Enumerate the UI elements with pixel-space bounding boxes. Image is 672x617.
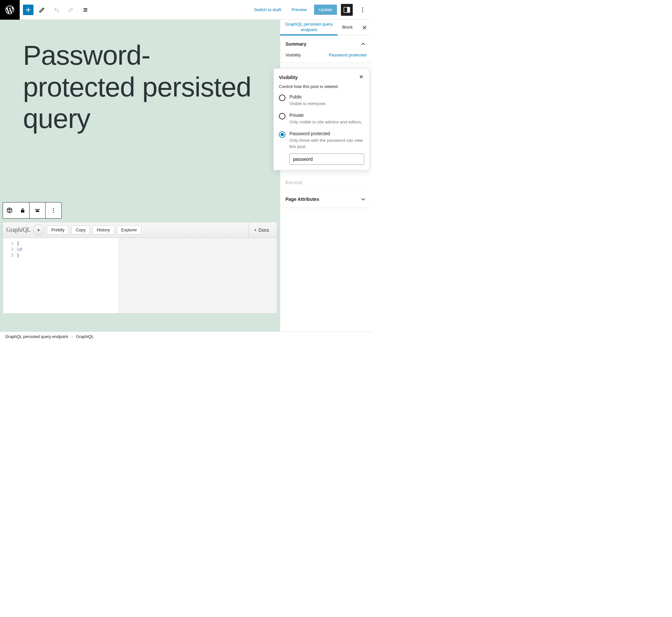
graphiql-prettify-button[interactable]: Prettify (47, 225, 68, 234)
graphiql-run-button[interactable] (33, 224, 44, 236)
sidebar-close-button[interactable] (357, 20, 372, 35)
post-title[interactable]: Password-protected persisted query (0, 20, 280, 141)
editor-canvas: Password-protected persisted query (0, 20, 280, 332)
popover-close-button[interactable] (358, 74, 364, 81)
graphiql-docs-button[interactable]: Docs (248, 222, 274, 238)
undo-button[interactable] (50, 4, 62, 16)
tab-block[interactable]: Block (338, 20, 357, 35)
top-toolbar: Switch to draft Preview Update (0, 0, 372, 20)
graphiql-explorer-button[interactable]: Explorer (117, 225, 141, 234)
preview-button[interactable]: Preview (288, 5, 310, 14)
chevron-up-icon (360, 41, 367, 47)
svg-point-9 (53, 212, 54, 213)
update-button[interactable]: Update (314, 5, 337, 15)
chevron-down-icon (360, 196, 367, 202)
popover-description: Control how this post is viewed. (279, 84, 364, 89)
graphiql-query-editor[interactable]: 1 2 3 { id } (3, 238, 119, 314)
breadcrumb-current[interactable]: GraphiQL (76, 335, 94, 339)
svg-point-4 (362, 11, 363, 12)
graphiql-title: GraphiQL (6, 226, 30, 233)
svg-point-7 (53, 208, 54, 209)
graphiql-history-button[interactable]: History (92, 225, 114, 234)
password-input[interactable] (289, 154, 364, 165)
visibility-popover: Visibility Control how this post is view… (273, 68, 370, 170)
settings-sidebar: GraphQL persisted query endpoint Block S… (280, 20, 372, 332)
wordpress-logo[interactable] (0, 0, 20, 20)
align-button[interactable] (29, 202, 45, 218)
chevron-right-icon: › (71, 335, 72, 339)
graphiql-block: GraphiQL Prettify Copy History Explorer … (3, 222, 277, 314)
visibility-option-private[interactable]: Private Only visible to site admins and … (279, 113, 364, 125)
visibility-option-password[interactable]: Password protected Only those with the p… (279, 131, 364, 149)
svg-point-2 (362, 7, 363, 8)
page-attributes-toggle[interactable]: Page Attributes (280, 191, 372, 208)
block-type-icon[interactable] (3, 202, 16, 218)
excerpt-panel-toggle[interactable]: Excerpt (280, 175, 372, 190)
block-more-button[interactable] (46, 202, 61, 218)
excerpt-panel: Excerpt (280, 175, 372, 191)
block-toolbar (3, 202, 62, 219)
radio-icon (279, 131, 285, 138)
settings-toggle-button[interactable] (341, 4, 353, 16)
lock-icon[interactable] (16, 202, 29, 218)
redo-button[interactable] (65, 4, 77, 16)
page-attributes-panel: Page Attributes (280, 191, 372, 208)
switch-to-draft-button[interactable]: Switch to draft (251, 5, 284, 14)
svg-point-8 (53, 210, 54, 211)
more-options-button[interactable] (357, 4, 369, 16)
block-breadcrumb: GraphQL persisted query endpoint › Graph… (0, 332, 372, 341)
radio-icon (279, 113, 285, 120)
svg-rect-5 (35, 209, 40, 210)
add-block-button[interactable] (23, 5, 33, 15)
svg-point-3 (362, 9, 363, 10)
graphiql-result-pane (119, 238, 277, 314)
tab-entity[interactable]: GraphQL persisted query endpoint (280, 20, 338, 35)
editor-gutter: 1 2 3 (3, 238, 15, 314)
summary-panel-toggle[interactable]: Summary (280, 35, 372, 52)
svg-rect-6 (36, 210, 39, 212)
radio-icon (279, 94, 285, 101)
document-overview-button[interactable] (79, 4, 91, 16)
visibility-option-public[interactable]: Public Visible to everyone. (279, 94, 364, 107)
svg-rect-1 (347, 7, 350, 12)
summary-panel: Summary Visibility Password protected (280, 35, 372, 63)
graphiql-copy-button[interactable]: Copy (71, 225, 89, 234)
breadcrumb-root[interactable]: GraphQL persisted query endpoint (5, 335, 68, 339)
popover-title: Visibility (279, 75, 297, 80)
visibility-label: Visibility (285, 52, 301, 57)
visibility-value-button[interactable]: Password protected (329, 52, 367, 57)
edit-tool-button[interactable] (36, 4, 48, 16)
